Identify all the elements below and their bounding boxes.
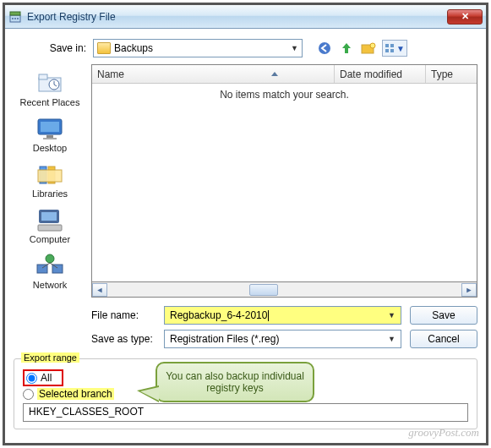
recent-places-icon [35,70,65,96]
save-in-label: Save in: [42,42,86,54]
svg-rect-24 [38,225,62,231]
export-range-legend: Export range [21,352,79,363]
app-icon [8,10,22,24]
branch-input[interactable]: HKEY_CLASSES_ROOT [23,403,468,422]
svg-rect-13 [39,74,47,79]
svg-rect-8 [385,44,389,47]
svg-rect-23 [41,212,57,221]
titlebar: Export Registry File ✕ [5,5,486,29]
radio-all-input[interactable] [26,373,37,384]
place-recent[interactable]: Recent Places [14,68,86,110]
svg-point-4 [17,18,19,19]
svg-rect-18 [43,138,57,139]
svg-rect-1 [10,12,20,15]
savetype-combo[interactable]: Registration Files (*.reg) ▼ [164,330,401,348]
svg-rect-9 [390,44,394,47]
svg-rect-10 [385,49,389,52]
scroll-left-icon[interactable]: ◄ [92,283,107,297]
svg-rect-11 [390,49,394,52]
column-date[interactable]: Date modified [335,65,426,83]
back-icon[interactable] [316,40,333,57]
radio-selected-input[interactable] [23,389,34,400]
scroll-thumb[interactable] [249,284,278,296]
new-folder-icon[interactable] [360,40,377,57]
column-name[interactable]: Name [92,65,335,83]
views-icon[interactable]: ▼ [382,40,407,57]
cancel-button[interactable]: Cancel [410,330,477,348]
filename-input[interactable]: Regbackup_6-4-2010 ▼ [164,306,401,325]
svg-rect-21 [38,170,62,182]
place-desktop[interactable]: Desktop [14,113,86,156]
svg-point-5 [319,42,330,54]
savetype-label: Save as type: [91,333,155,345]
watermark: groovyPost.com [408,426,479,440]
svg-point-7 [370,43,375,48]
save-in-combo[interactable]: Backups ▼ [93,39,303,57]
scroll-right-icon[interactable]: ► [461,283,477,297]
places-bar: Recent Places Desktop Libraries Computer… [14,64,86,348]
filename-label: File name: [91,309,155,321]
empty-message: No items match your search. [92,84,477,101]
chevron-down-icon: ▼ [388,335,396,343]
svg-rect-16 [41,122,59,132]
svg-rect-17 [46,135,53,138]
chevron-down-icon: ▼ [388,311,396,320]
desktop-icon [35,116,65,141]
svg-point-27 [46,254,54,263]
network-icon [35,253,65,278]
column-type[interactable]: Type [426,65,477,83]
svg-point-2 [12,18,14,19]
save-button[interactable]: Save [410,306,477,325]
radio-all[interactable]: All [23,369,63,386]
libraries-icon [35,161,65,187]
window-title: Export Registry File [27,11,447,23]
place-computer[interactable]: Computer [14,205,86,247]
close-button[interactable]: ✕ [447,9,483,25]
file-list[interactable]: Name Date modified Type No items match y… [91,64,477,282]
place-libraries[interactable]: Libraries [14,159,86,201]
annotation-callout: You can also backup individual registry … [155,362,314,402]
computer-icon [35,207,65,232]
place-network[interactable]: Network [14,250,86,292]
svg-point-3 [14,18,16,19]
up-icon[interactable] [338,40,355,57]
horizontal-scrollbar[interactable]: ◄ ► [91,282,477,298]
folder-icon [97,42,111,54]
save-in-value: Backups [114,42,153,54]
chevron-down-icon: ▼ [291,44,298,52]
